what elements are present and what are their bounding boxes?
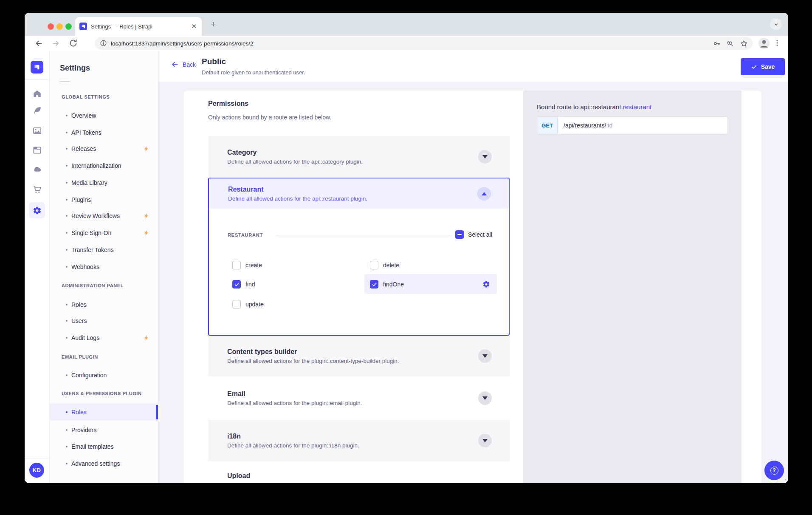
panel-title: i18n <box>227 433 510 440</box>
collapse-chevron-icon[interactable] <box>477 187 491 201</box>
bullet-icon <box>66 446 68 447</box>
home-icon[interactable] <box>32 89 42 99</box>
browser-back-icon[interactable] <box>34 39 43 48</box>
help-button[interactable]: ? <box>764 461 784 480</box>
create-checkbox[interactable] <box>232 261 241 269</box>
group-divider <box>276 235 451 235</box>
section-global-settings: GLOBAL SETTINGS <box>62 94 110 99</box>
browser-reload-icon[interactable] <box>69 39 78 48</box>
sidebar-item-providers[interactable]: Providers <box>50 424 158 436</box>
expand-chevron-icon[interactable] <box>478 434 492 447</box>
strapi-logo-icon[interactable] <box>31 61 43 74</box>
content-type-builder-icon[interactable] <box>32 145 42 155</box>
bound-route-panel: Bound route to api::restaurant.restauran… <box>523 91 742 483</box>
update-checkbox[interactable] <box>232 300 241 308</box>
bullet-icon <box>66 429 68 431</box>
browser-menu-icon[interactable] <box>773 39 782 48</box>
minimize-window-button[interactable] <box>56 23 63 30</box>
bullet-icon <box>66 165 68 167</box>
site-info-icon[interactable] <box>100 40 107 47</box>
panel-restaurant: Restaurant Define all allowed actions fo… <box>208 178 510 336</box>
expand-chevron-icon[interactable] <box>478 150 492 164</box>
main-content: Back Public Default role given to unauth… <box>158 51 788 483</box>
sidebar-item-configuration[interactable]: Configuration <box>50 370 158 381</box>
save-button[interactable]: Save <box>741 58 785 75</box>
tab-list-chevron-icon[interactable] <box>770 18 782 30</box>
tab-title: Settings — Roles | Strapi <box>91 23 188 30</box>
zoom-page-icon[interactable] <box>726 40 734 47</box>
bullet-icon <box>66 199 68 201</box>
sidebar-item-releases[interactable]: Releases <box>50 143 158 154</box>
screen: Settings — Roles | Strapi ✕ + localhost:… <box>0 0 812 515</box>
action-find[interactable]: find <box>232 280 255 289</box>
rail-divider <box>25 458 49 458</box>
new-tab-button[interactable]: + <box>211 20 216 29</box>
bullet-icon <box>66 320 68 322</box>
sidebar-item-api-tokens[interactable]: API Tokens <box>50 127 158 138</box>
bullet-icon <box>66 132 68 133</box>
sidebar-item-transfer-tokens[interactable]: Transfer Tokens <box>50 244 158 255</box>
cloud-icon[interactable] <box>32 164 42 174</box>
panel-description: Define all allowed actions for the api::… <box>227 158 510 165</box>
find-one-checkbox[interactable] <box>370 280 378 289</box>
action-create[interactable]: create <box>232 261 262 269</box>
panel-email[interactable]: Email Define all allowed actions for the… <box>208 376 510 420</box>
indeterminate-icon <box>457 234 462 235</box>
restaurant-group-label: RESTAURANT <box>228 232 263 238</box>
bullet-icon <box>66 249 68 251</box>
content-manager-feather-icon[interactable] <box>32 106 42 116</box>
action-delete[interactable]: delete <box>370 261 399 269</box>
sidebar-item-admin-roles[interactable]: Roles <box>50 299 158 310</box>
panel-i18n[interactable]: i18n Define all allowed actions for the … <box>208 420 510 461</box>
media-library-icon[interactable] <box>32 126 42 136</box>
section-users-permissions-plugin: USERS & PERMISSIONS PLUGIN <box>62 391 142 396</box>
panel-title: Email <box>227 390 510 398</box>
bullet-icon <box>66 115 68 116</box>
sidebar-item-media-library[interactable]: Media Library <box>50 177 158 188</box>
user-avatar[interactable]: KD <box>29 463 44 478</box>
password-key-icon[interactable] <box>713 40 720 47</box>
find-one-settings-cog-icon[interactable] <box>482 280 490 288</box>
url-bar[interactable]: localhost:1337/admin/settings/users-perm… <box>95 37 753 50</box>
sidebar-item-email-templates[interactable]: Email templates <box>50 441 158 452</box>
sidebar-item-single-sign-on[interactable]: Single Sign-On <box>50 227 158 238</box>
marketplace-cart-icon[interactable] <box>32 184 42 194</box>
check-icon <box>372 282 377 287</box>
select-all-control[interactable]: Select all <box>455 230 492 239</box>
sidebar-item-audit-logs[interactable]: Audit Logs <box>50 332 158 343</box>
bullet-icon <box>66 232 68 234</box>
sidebar-item-admin-users[interactable]: Users <box>50 315 158 326</box>
browser-profile-icon[interactable] <box>758 38 770 49</box>
panel-title: Content types builder <box>227 348 510 356</box>
panel-content-types-builder[interactable]: Content types builder Define all allowed… <box>208 336 510 376</box>
panel-category[interactable]: Category Define all allowed actions for … <box>208 136 510 178</box>
sidebar-item-review-workflows[interactable]: Review Workflows <box>50 210 158 221</box>
bullet-icon <box>66 148 68 150</box>
panel-restaurant-header[interactable]: Restaurant Define all allowed actions fo… <box>209 178 509 209</box>
panel-upload[interactable]: Upload <box>208 461 510 483</box>
sidebar-item-overview[interactable]: Overview <box>50 110 158 121</box>
sidebar-item-advanced-settings[interactable]: Advanced settings <box>50 458 158 469</box>
fullscreen-window-button[interactable] <box>65 23 72 30</box>
select-all-checkbox[interactable] <box>455 230 464 239</box>
close-window-button[interactable] <box>48 23 54 30</box>
settings-gear-icon[interactable] <box>29 202 45 218</box>
browser-tab[interactable]: Settings — Roles | Strapi ✕ <box>75 17 202 36</box>
tab-close-icon[interactable]: ✕ <box>191 23 197 30</box>
sidebar-item-plugins[interactable]: Plugins <box>50 194 158 205</box>
bookmark-star-icon[interactable] <box>740 40 747 47</box>
bound-route-title: Bound route to api::restaurant.restauran… <box>537 103 651 110</box>
expand-chevron-icon[interactable] <box>478 391 492 405</box>
expand-chevron-icon[interactable] <box>478 349 492 363</box>
action-update[interactable]: update <box>232 300 264 308</box>
sidebar-item-up-roles[interactable]: Roles <box>50 404 158 421</box>
sidebar-item-webhooks[interactable]: Webhooks <box>50 261 158 272</box>
browser-forward-icon[interactable] <box>51 39 61 48</box>
back-link[interactable]: Back <box>171 60 196 68</box>
sidebar-item-internationalization[interactable]: Internationalization <box>50 160 158 171</box>
find-checkbox[interactable] <box>232 280 241 289</box>
delete-checkbox[interactable] <box>370 261 378 269</box>
page-header: Back Public Default role given to unauth… <box>158 51 788 82</box>
url-text[interactable]: localhost:1337/admin/settings/users-perm… <box>111 40 707 47</box>
action-find-one[interactable]: findOne <box>370 280 404 289</box>
